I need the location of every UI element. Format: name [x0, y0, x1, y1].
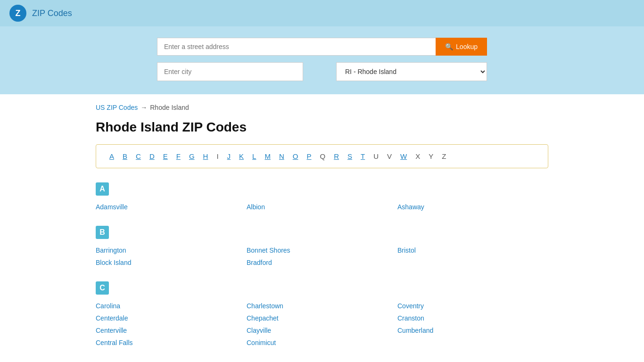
alpha-link-L[interactable]: L: [248, 151, 260, 161]
search-area: 🔍 Lookup AL - AlabamaAK - AlaskaAZ - Ari…: [0, 26, 644, 94]
sections-container: AAdamsvilleAlbionAshawayBBarringtonBonne…: [96, 182, 548, 347]
breadcrumb-arrow: →: [140, 104, 147, 111]
alpha-label-U: U: [370, 151, 382, 161]
alpha-link-H[interactable]: H: [199, 151, 212, 161]
alpha-link-P[interactable]: P: [303, 151, 315, 161]
alpha-link-R[interactable]: R: [330, 151, 343, 161]
section-A: AAdamsvilleAlbionAshaway: [96, 182, 548, 212]
section-letter-C: C: [96, 281, 109, 295]
city-link-adamsville[interactable]: Adamsville: [96, 202, 247, 212]
city-placeholder: [397, 338, 548, 347]
alpha-link-E[interactable]: E: [159, 151, 172, 161]
alphabet-nav: ABCDEFGHIJKLMNOPQRSTUVWXYZ: [96, 144, 548, 168]
city-link-block-island[interactable]: Block Island: [96, 258, 247, 267]
city-link-cumberland[interactable]: Cumberland: [397, 326, 548, 335]
city-link-clayville[interactable]: Clayville: [247, 326, 397, 335]
site-title-link[interactable]: ZIP Codes: [32, 8, 72, 18]
site-logo: Z: [9, 5, 26, 22]
page-title: Rhode Island ZIP Codes: [96, 120, 548, 135]
city-link-conimicut[interactable]: Conimicut: [247, 338, 397, 347]
city-link-bonnet-shores[interactable]: Bonnet Shores: [247, 246, 397, 255]
city-link-coventry[interactable]: Coventry: [397, 301, 548, 311]
alpha-link-A[interactable]: A: [106, 151, 118, 161]
alpha-link-G[interactable]: G: [185, 151, 198, 161]
alpha-link-W[interactable]: W: [396, 151, 411, 161]
city-link-central-falls[interactable]: Central Falls: [96, 338, 247, 347]
alpha-label-Q: Q: [316, 151, 329, 161]
search-icon: 🔍: [445, 43, 453, 50]
city-link-barrington[interactable]: Barrington: [96, 246, 247, 255]
alpha-link-O[interactable]: O: [289, 151, 302, 161]
city-link-ashaway[interactable]: Ashaway: [397, 202, 548, 212]
city-link-carolina[interactable]: Carolina: [96, 301, 247, 311]
city-link-bradford[interactable]: Bradford: [247, 258, 397, 267]
top-nav: Z ZIP Codes: [0, 0, 644, 26]
city-input[interactable]: [157, 62, 303, 81]
alpha-link-D[interactable]: D: [146, 151, 158, 161]
alpha-link-F[interactable]: F: [173, 151, 184, 161]
alpha-label-Z: Z: [438, 151, 450, 161]
city-grid-C: CarolinaCharlestownCoventryCenterdaleChe…: [96, 301, 548, 347]
main-content: US ZIP Codes → Rhode Island Rhode Island…: [86, 94, 558, 362]
alpha-label-I: I: [213, 151, 222, 161]
city-grid-A: AdamsvilleAlbionAshaway: [96, 202, 548, 212]
section-B: BBarringtonBonnet ShoresBristolBlock Isl…: [96, 226, 548, 267]
city-link-charlestown[interactable]: Charlestown: [247, 301, 397, 311]
lookup-button[interactable]: 🔍 Lookup: [436, 38, 487, 56]
breadcrumb-link[interactable]: US ZIP Codes: [96, 104, 138, 111]
section-letter-A: A: [96, 182, 109, 196]
city-state-row: AL - AlabamaAK - AlaskaAZ - ArizonaAR - …: [157, 62, 487, 81]
address-search-row: 🔍 Lookup: [157, 38, 487, 56]
alpha-label-Y: Y: [425, 151, 437, 161]
alpha-link-N[interactable]: N: [275, 151, 288, 161]
city-link-albion[interactable]: Albion: [247, 202, 397, 212]
state-select[interactable]: AL - AlabamaAK - AlaskaAZ - ArizonaAR - …: [336, 62, 487, 81]
alpha-label-X: X: [412, 151, 424, 161]
city-link-centerville[interactable]: Centerville: [96, 326, 247, 335]
section-letter-B: B: [96, 226, 109, 239]
city-link-bristol[interactable]: Bristol: [397, 246, 548, 255]
city-grid-B: BarringtonBonnet ShoresBristolBlock Isla…: [96, 246, 548, 267]
street-address-input[interactable]: [157, 38, 436, 56]
city-link-chepachet[interactable]: Chepachet: [247, 313, 397, 323]
alpha-link-B[interactable]: B: [119, 151, 131, 161]
breadcrumb-current: Rhode Island: [150, 104, 189, 111]
alpha-link-C[interactable]: C: [132, 151, 145, 161]
breadcrumb: US ZIP Codes → Rhode Island: [96, 104, 548, 111]
city-link-cranston[interactable]: Cranston: [397, 313, 548, 323]
section-C: CCarolinaCharlestownCoventryCenterdaleCh…: [96, 281, 548, 347]
alpha-link-J[interactable]: J: [223, 151, 235, 161]
alpha-link-S[interactable]: S: [344, 151, 356, 161]
alpha-link-T[interactable]: T: [357, 151, 369, 161]
alpha-label-V: V: [383, 151, 396, 161]
alpha-link-M[interactable]: M: [261, 151, 274, 161]
city-link-centerdale[interactable]: Centerdale: [96, 313, 247, 323]
city-placeholder: [397, 258, 548, 267]
alpha-link-K[interactable]: K: [235, 151, 248, 161]
